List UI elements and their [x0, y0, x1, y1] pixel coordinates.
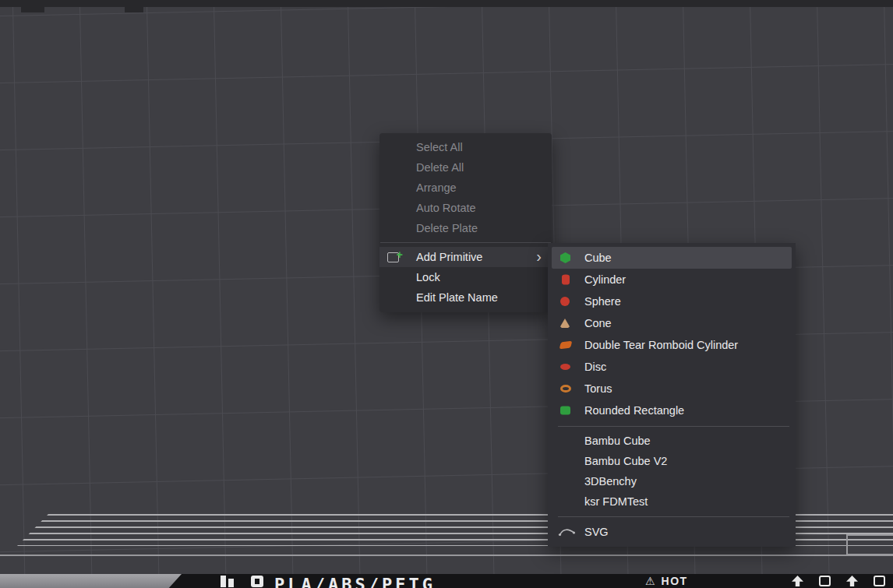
sphere-icon — [560, 297, 570, 306]
plate-branding-bar: PLA/ABS/PETG ⚠ HOT — [0, 574, 893, 588]
menu-item-delete-all: Delete All — [379, 157, 552, 178]
submenu-item-svg[interactable]: SVG — [548, 521, 796, 543]
submenu-item-sphere[interactable]: Sphere — [548, 290, 796, 312]
cylinder-icon — [562, 275, 570, 285]
submenu-item-label: Sphere — [584, 295, 621, 308]
rounded-rectangle-icon — [560, 407, 570, 415]
submenu-item-disc[interactable]: Disc — [548, 356, 796, 378]
cube-icon — [560, 252, 570, 263]
submenu-item-cylinder[interactable]: Cylinder — [548, 269, 796, 290]
disc-icon — [560, 364, 570, 370]
menu-item-label: Select All — [416, 141, 463, 153]
up-arrow-icon — [846, 576, 858, 586]
menu-item-select-all: Select All — [379, 137, 552, 157]
menu-separator — [380, 242, 551, 243]
plate-material-label: PLA/ABS/PETG — [274, 575, 436, 588]
menu-item-label: Arrange — [416, 181, 457, 194]
menu-item-label: Delete All — [416, 161, 464, 174]
submenu-separator — [558, 516, 789, 517]
plate-baseline — [0, 555, 893, 556]
submenu-item-bambu-cube-v2[interactable]: Bambu Cube V2 — [548, 451, 796, 471]
svg-curve-icon — [558, 527, 576, 537]
menu-item-lock[interactable]: Lock — [379, 267, 552, 287]
submenu-item-double-tear-romboid-cylinder[interactable]: Double Tear Romboid Cylinder — [548, 334, 796, 356]
submenu-item-label: Cone — [584, 317, 612, 329]
warning-triangle-icon: ⚠ — [645, 575, 655, 587]
submenu-item-torus[interactable]: Torus — [548, 378, 796, 400]
cone-icon — [560, 319, 570, 328]
add-primitive-submenu: Cube Cylinder Sphere Cone Double Tear Ro… — [548, 243, 796, 547]
submenu-item-label: Disc — [584, 361, 606, 373]
slicer-3d-viewport[interactable]: Select All Delete All Arrange Auto Rotat… — [0, 0, 893, 588]
studio-logo-icon — [251, 576, 263, 587]
submenu-item-label: SVG — [584, 526, 609, 538]
plate-context-menu: Select All Delete All Arrange Auto Rotat… — [379, 133, 552, 312]
submenu-item-label: Double Tear Romboid Cylinder — [584, 339, 738, 351]
menu-item-label: Delete Plate — [416, 222, 478, 234]
up-arrow-icon — [792, 576, 803, 586]
plate-tab — [125, 0, 143, 12]
submenu-item-label: Cube — [584, 252, 612, 264]
menu-item-auto-rotate: Auto Rotate — [379, 198, 552, 218]
menu-item-label: Edit Plate Name — [416, 291, 498, 304]
submenu-item-label: Rounded Rectangle — [584, 404, 684, 417]
submenu-separator — [558, 426, 789, 427]
submenu-item-rounded-rectangle[interactable]: Rounded Rectangle — [548, 400, 796, 421]
submenu-item-cube[interactable]: Cube — [548, 247, 796, 269]
menu-item-label: Lock — [416, 271, 440, 283]
menu-item-label: Auto Rotate — [416, 202, 476, 214]
plate-corner-outline — [846, 534, 893, 555]
submenu-item-3dbenchy[interactable]: 3DBenchy — [548, 471, 796, 491]
plate-tab — [21, 0, 44, 12]
plate-corner-wedge — [0, 574, 182, 588]
submenu-item-ksr-fdmtest[interactable]: ksr FDMTest — [548, 491, 796, 512]
box-icon — [819, 576, 831, 586]
romboid-cylinder-icon — [559, 341, 573, 349]
submenu-item-label: Bambu Cube — [584, 435, 651, 447]
submenu-item-bambu-cube[interactable]: Bambu Cube — [548, 431, 796, 451]
menu-item-edit-plate-name[interactable]: Edit Plate Name — [379, 287, 552, 308]
submenu-item-label: 3DBenchy — [584, 475, 637, 488]
menu-item-arrange: Arrange — [379, 178, 552, 198]
plate-glyph-row — [792, 576, 885, 586]
menu-item-add-primitive[interactable]: Add Primitive › — [379, 247, 552, 267]
menu-item-label: Add Primitive — [416, 251, 482, 263]
torus-icon — [560, 385, 571, 393]
hot-warning: ⚠ HOT — [645, 575, 688, 587]
submenu-item-label: Torus — [584, 382, 612, 395]
chevron-right-icon: › — [536, 246, 542, 266]
submenu-item-label: ksr FDMTest — [584, 495, 648, 508]
hot-label: HOT — [662, 575, 688, 587]
submenu-item-cone[interactable]: Cone — [548, 312, 796, 334]
menu-item-delete-plate: Delete Plate — [379, 218, 552, 238]
submenu-item-label: Bambu Cube V2 — [584, 455, 667, 467]
bambu-logo-icon — [221, 576, 234, 587]
add-primitive-icon — [387, 252, 399, 262]
submenu-item-label: Cylinder — [584, 273, 626, 286]
box-icon — [874, 576, 885, 586]
